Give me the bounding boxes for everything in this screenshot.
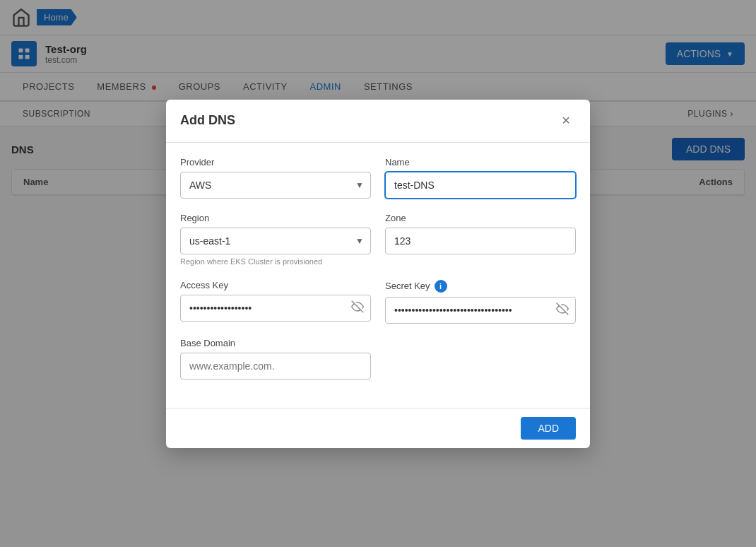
modal-overlay: Add DNS × Provider AWS GCP Azure ▼ [0,0,756,547]
region-zone-row: Region us-east-1 us-east-2 us-west-1 us-… [180,213,576,266]
secret-key-label-row: Secret Key i [385,280,576,293]
provider-group: Provider AWS GCP Azure ▼ [180,157,371,199]
provider-name-row: Provider AWS GCP Azure ▼ Name [180,157,576,199]
region-label: Region [180,213,371,223]
modal-body: Provider AWS GCP Azure ▼ Name [166,143,590,408]
name-input[interactable] [385,172,576,199]
base-domain-label: Base Domain [180,338,371,348]
name-group: Name [385,157,576,199]
access-key-input[interactable] [180,295,371,322]
add-dns-modal: Add DNS × Provider AWS GCP Azure ▼ [166,100,590,448]
base-domain-spacer [385,338,576,380]
zone-group: Zone [385,213,576,266]
modal-title: Add DNS [180,113,235,128]
access-key-input-wrap [180,295,371,322]
add-button[interactable]: ADD [521,417,576,440]
name-label: Name [385,157,576,167]
region-select[interactable]: us-east-1 us-east-2 us-west-1 us-west-2 [180,228,371,254]
access-key-group: Access Key [180,280,371,324]
modal-header: Add DNS × [166,100,590,143]
base-domain-group: Base Domain [180,338,371,380]
region-hint: Region where EKS Cluster is provisioned [180,257,371,266]
secret-key-eye-icon[interactable] [556,302,569,318]
provider-select-wrap: AWS GCP Azure ▼ [180,172,371,199]
secret-key-group: Secret Key i [385,280,576,324]
access-key-eye-icon[interactable] [351,300,364,316]
base-domain-row: Base Domain [180,338,576,380]
provider-select[interactable]: AWS GCP Azure [180,172,371,199]
modal-footer: ADD [166,408,590,448]
base-domain-input[interactable] [180,353,371,380]
provider-label: Provider [180,157,371,167]
zone-input[interactable] [385,228,576,254]
secret-key-info-icon[interactable]: i [435,280,447,293]
modal-close-button[interactable]: × [556,111,576,131]
access-key-label: Access Key [180,280,371,290]
region-select-wrap: us-east-1 us-east-2 us-west-1 us-west-2 … [180,228,371,254]
region-group: Region us-east-1 us-east-2 us-west-1 us-… [180,213,371,266]
keys-row: Access Key Secret [180,280,576,324]
zone-label: Zone [385,213,576,223]
secret-key-label: Secret Key [385,281,430,291]
secret-key-input-wrap [385,297,576,324]
secret-key-input[interactable] [385,297,576,324]
